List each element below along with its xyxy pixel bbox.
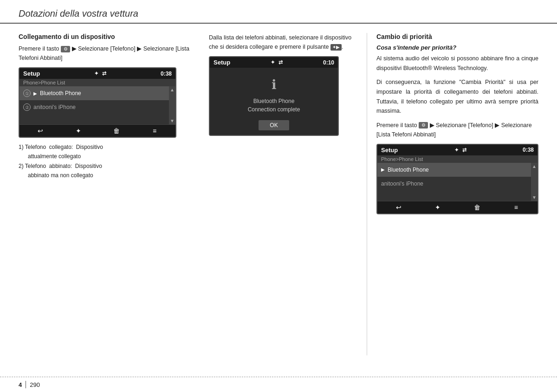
- screen-bt-icon-1: ✦: [94, 71, 98, 77]
- screen-rows-2: ▶ Bluetooth Phone anitooni's iPhone ▲ ▼: [377, 163, 538, 201]
- body-text-2: Di conseguenza, la funzione "Cambia Prio…: [376, 77, 538, 116]
- page-title: Dotazioni della vostra vettura: [19, 8, 138, 19]
- left-column: Collegamento di un dispositivo Premere i…: [19, 33, 195, 355]
- dialog-screen-time: 0:10: [323, 59, 334, 66]
- dialog-body: ℹ Bluetooth Phone Connection complete OK: [210, 68, 338, 135]
- screen-time-2: 0:38: [523, 147, 534, 153]
- note-1: 1) Telefono collegato: Dispositivo: [19, 142, 195, 152]
- right-section-title: Cambio di priorità: [376, 33, 538, 40]
- left-instruction: Premere il tasto ⚙ ▶ Selezionare [Telefo…: [19, 44, 195, 63]
- screen-header-icons-1: ✦ ⇄: [94, 71, 106, 77]
- note-1-cont: attualmente collegato: [19, 152, 195, 161]
- scroll-down-1[interactable]: ▼: [169, 117, 175, 124]
- footer-btn-bt-2[interactable]: ✦: [418, 204, 457, 211]
- row-number-2: ②: [23, 103, 31, 111]
- right-instruction-2: Selezionare [Telefono]: [436, 122, 493, 129]
- footer-btn-del-1[interactable]: 🗑: [97, 127, 136, 135]
- main-content: Collegamento di un dispositivo Premere i…: [0, 24, 557, 365]
- screen-footer-2: ↩ ✦ 🗑 ≡: [377, 201, 538, 213]
- row-label-1: Bluetooth Phone: [40, 90, 81, 96]
- footer-btn-menu-2[interactable]: ≡: [497, 204, 536, 211]
- right-column: Cambio di priorità Cosa s'intende per pr…: [367, 33, 538, 355]
- note-2: 2) Telefono abbinato: Dispositivo: [19, 161, 195, 171]
- dialog-screen-mockup: Setup ✦ ⇄ 0:10 ℹ Bluetooth Phone Connect…: [209, 56, 339, 136]
- middle-column: Dalla lista dei telefoni abbinati, selez…: [209, 33, 353, 355]
- screen-bt-icon-2: ✦: [454, 147, 459, 153]
- row-play-icon-2-1: ▶: [381, 167, 385, 172]
- screen-title-2: Setup: [381, 147, 398, 154]
- screen-row-2[interactable]: ② anitooni's iPhone: [19, 100, 175, 114]
- screen-arrows-icon-2: ⇄: [462, 147, 466, 153]
- row-label-2: anitooni's iPhone: [33, 104, 76, 110]
- dialog-info-icon: ℹ: [214, 77, 333, 92]
- right-instruction: Premere il tasto ⚙ ▶ Selezionare [Telefo…: [376, 121, 538, 139]
- note-num-2: 2) Telefono abbinato: Dispositivo: [19, 161, 102, 171]
- screen-rows-1: ① ▶ Bluetooth Phone ② anitooni's iPhone …: [19, 86, 175, 124]
- scroll-up-1[interactable]: ▲: [169, 86, 175, 93]
- right-instruction-1: Premere il tasto: [376, 122, 417, 129]
- screen-mockup-1: Setup ✦ ⇄ 0:38 Phone>Phone List ① ▶ Blue…: [19, 67, 176, 138]
- row-label-2-2: anitooni's iPhone: [381, 180, 423, 187]
- scroll-down-2[interactable]: ▼: [531, 194, 538, 201]
- dialog-screen-header: Setup ✦ ⇄ 0:10: [210, 57, 338, 68]
- right-gear-icon[interactable]: ⚙: [419, 122, 428, 129]
- page-header: Dotazioni della vostra vettura: [0, 0, 557, 24]
- instruction-text-1: Premere il tasto: [19, 45, 59, 52]
- arrow-right-2: ▶: [137, 45, 143, 52]
- screen-row-empty: [19, 114, 175, 124]
- dialog-ok-button[interactable]: OK: [259, 120, 289, 130]
- instruction-text-2: Selezionare [Telefono]: [78, 45, 136, 52]
- screen-time-1: 0:38: [161, 71, 172, 77]
- row-label-2-1: Bluetooth Phone: [388, 167, 429, 173]
- screen-rows-inner-1: ① ▶ Bluetooth Phone ② anitooni's iPhone: [19, 86, 175, 124]
- scroll-up-2[interactable]: ▲: [531, 163, 538, 170]
- screen-header-2: Setup ✦ ⇄ 0:38: [377, 145, 538, 155]
- bt-connect-icon[interactable]: ✦▶: [330, 44, 342, 51]
- dialog-bt-icon: ✦: [271, 59, 275, 65]
- arrow-right-1: ▶: [72, 45, 78, 52]
- italic-section-title: Cosa s'intende per priorità?: [376, 44, 538, 51]
- row-play-icon-1: ▶: [33, 91, 37, 96]
- screen-header-icons-2: ✦ ⇄: [454, 147, 466, 153]
- screen-title-1: Setup: [23, 70, 40, 77]
- footer-btn-bt-1[interactable]: ✦: [59, 127, 97, 135]
- footer-btn-del-2[interactable]: 🗑: [458, 204, 497, 211]
- dialog-text: Bluetooth Phone Connection complete: [214, 97, 333, 114]
- footer-page-ref: 290: [30, 381, 40, 388]
- note-1-cont-text: attualmente collegato: [28, 152, 81, 161]
- screen-mockup-2: Setup ✦ ⇄ 0:38 Phone>Phone List ▶ Blueto…: [376, 144, 538, 214]
- footer-btn-back-2[interactable]: ↩: [379, 204, 418, 211]
- notes: 1) Telefono collegato: Dispositivo attua…: [19, 142, 195, 180]
- body-text-1: Al sistema audio del veicolo si possono …: [376, 54, 538, 73]
- right-arrow-2: ▶: [495, 122, 501, 129]
- screen-header-1: Setup ✦ ⇄ 0:38: [19, 68, 175, 79]
- gear-icon[interactable]: ⚙: [61, 46, 70, 52]
- dialog-arrows-icon: ⇄: [278, 59, 283, 65]
- screen-footer-1: ↩ ✦ 🗑 ≡: [19, 124, 175, 137]
- note-2-cont: abbinato ma non collegato: [19, 171, 195, 180]
- note-2-cont-text: abbinato ma non collegato: [28, 171, 93, 180]
- page-footer: 4 290: [0, 377, 557, 392]
- screen-subheader-2: Phone>Phone List: [377, 155, 538, 163]
- scrollbar-2[interactable]: ▲ ▼: [531, 163, 538, 201]
- scrollbar-1[interactable]: ▲ ▼: [169, 86, 175, 124]
- screen-row-2-1[interactable]: ▶ Bluetooth Phone: [377, 163, 538, 177]
- screen-row-2-empty: [377, 191, 538, 201]
- note-num-1: 1) Telefono collegato: Dispositivo: [19, 142, 103, 152]
- row-number-1: ①: [23, 90, 31, 97]
- screen-rows-inner-2: ▶ Bluetooth Phone anitooni's iPhone: [377, 163, 538, 201]
- right-arrow-1: ▶: [430, 122, 436, 129]
- dialog-screen-title: Setup: [214, 59, 230, 66]
- footer-btn-back-1[interactable]: ↩: [21, 127, 59, 135]
- footer-page-num: 4: [19, 381, 22, 388]
- screen-subheader-1: Phone>Phone List: [19, 79, 175, 86]
- footer-btn-menu-1[interactable]: ≡: [136, 127, 174, 135]
- dialog-header-icons: ✦ ⇄: [271, 59, 283, 65]
- screen-arrows-icon-1: ⇄: [102, 71, 106, 77]
- footer-separator: [26, 381, 26, 388]
- screen-row-1[interactable]: ① ▶ Bluetooth Phone: [19, 86, 175, 100]
- screen-row-2-2[interactable]: anitooni's iPhone: [377, 177, 538, 191]
- middle-instruction: Dalla lista dei telefoni abbinati, selez…: [209, 33, 353, 51]
- left-section-title: Collegamento di un dispositivo: [19, 33, 195, 40]
